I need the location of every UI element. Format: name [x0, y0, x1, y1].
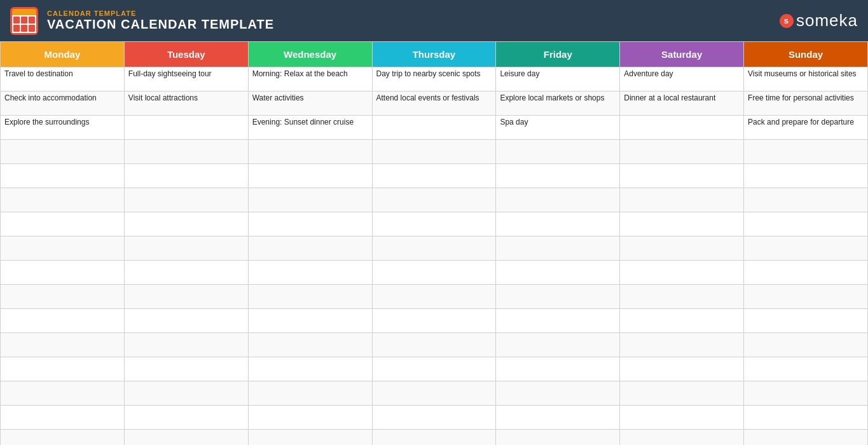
cell-r6-c1 — [124, 212, 248, 236]
cell-r1-c6: Free time for personal activities — [744, 92, 868, 116]
cell-r0-c3: Day trip to nearby scenic spots — [372, 67, 496, 92]
cell-r13-c0 — [1, 381, 125, 406]
table-row — [1, 236, 868, 261]
cell-r12-c2 — [248, 357, 372, 381]
cell-r1-c0: Check into accommodation — [1, 92, 125, 116]
cell-r13-c2 — [248, 381, 372, 406]
calendar-icon — [10, 7, 38, 35]
cell-r5-c1 — [124, 188, 248, 212]
table-row: Explore the surroundingsEvening: Sunset … — [1, 116, 868, 140]
cell-r2-c5 — [620, 116, 744, 140]
table-row — [1, 309, 868, 333]
cell-r4-c1 — [124, 164, 248, 188]
table-row: Check into accommodationVisit local attr… — [1, 92, 868, 116]
cell-r14-c5 — [620, 406, 744, 430]
calendar-body: Travel to destinationFull-day sightseein… — [1, 67, 868, 446]
col-header-monday: Monday — [1, 42, 125, 67]
cell-r9-c1 — [124, 285, 248, 309]
col-header-wednesday: Wednesday — [248, 42, 372, 67]
cell-r12-c3 — [372, 357, 496, 381]
cell-r6-c5 — [620, 212, 744, 236]
cell-r8-c0 — [1, 261, 125, 285]
cell-r8-c2 — [248, 261, 372, 285]
cell-r9-c2 — [248, 285, 372, 309]
cell-r9-c6 — [744, 285, 868, 309]
cell-r10-c5 — [620, 309, 744, 333]
col-header-thursday: Thursday — [372, 42, 496, 67]
cell-r7-c2 — [248, 236, 372, 261]
cell-r2-c2: Evening: Sunset dinner cruise — [248, 116, 372, 140]
cell-r13-c4 — [496, 381, 620, 406]
cell-r8-c4 — [496, 261, 620, 285]
cell-r13-c1 — [124, 381, 248, 406]
cell-r5-c2 — [248, 188, 372, 212]
cell-r10-c1 — [124, 309, 248, 333]
cell-r3-c2 — [248, 140, 372, 164]
table-row — [1, 357, 868, 381]
cell-r10-c4 — [496, 309, 620, 333]
header-subtitle: CALENDAR TEMPLATE — [47, 10, 274, 17]
cell-r7-c1 — [124, 236, 248, 261]
table-row — [1, 212, 868, 236]
cell-r11-c4 — [496, 333, 620, 357]
table-row — [1, 164, 868, 188]
cell-r14-c4 — [496, 406, 620, 430]
cell-r0-c0: Travel to destination — [1, 67, 125, 92]
calendar-table: MondayTuesdayWednesdayThursdayFridaySatu… — [0, 41, 868, 445]
cell-r11-c3 — [372, 333, 496, 357]
cell-r4-c6 — [744, 164, 868, 188]
cell-r14-c3 — [372, 406, 496, 430]
cell-r4-c4 — [496, 164, 620, 188]
cell-r0-c1: Full-day sightseeing tour — [124, 67, 248, 92]
cell-r5-c5 — [620, 188, 744, 212]
calendar-header-row: MondayTuesdayWednesdayThursdayFridaySatu… — [1, 42, 868, 67]
cell-r8-c3 — [372, 261, 496, 285]
cell-r11-c1 — [124, 333, 248, 357]
cell-r6-c3 — [372, 212, 496, 236]
cell-r1-c2: Water activities — [248, 92, 372, 116]
cell-r15-c2 — [248, 430, 372, 446]
cell-r7-c3 — [372, 236, 496, 261]
cell-r11-c0 — [1, 333, 125, 357]
cell-r7-c0 — [1, 236, 125, 261]
table-row — [1, 333, 868, 357]
cell-r6-c2 — [248, 212, 372, 236]
header-title: VACATION CALENDAR TEMPLATE — [47, 17, 274, 32]
col-header-friday: Friday — [496, 42, 620, 67]
table-row — [1, 261, 868, 285]
cell-r2-c4: Spa day — [496, 116, 620, 140]
calendar-container: MondayTuesdayWednesdayThursdayFridaySatu… — [0, 41, 868, 445]
cell-r6-c0 — [1, 212, 125, 236]
cell-r0-c5: Adventure day — [620, 67, 744, 92]
cell-r9-c5 — [620, 285, 744, 309]
table-row — [1, 430, 868, 446]
cell-r3-c4 — [496, 140, 620, 164]
cell-r4-c5 — [620, 164, 744, 188]
cell-r1-c3: Attend local events or festivals — [372, 92, 496, 116]
cell-r2-c0: Explore the surroundings — [1, 116, 125, 140]
col-header-saturday: Saturday — [620, 42, 744, 67]
cell-r6-c4 — [496, 212, 620, 236]
cell-r10-c3 — [372, 309, 496, 333]
cell-r8-c5 — [620, 261, 744, 285]
cell-r15-c6 — [744, 430, 868, 446]
cell-r7-c6 — [744, 236, 868, 261]
header-titles: CALENDAR TEMPLATE VACATION CALENDAR TEMP… — [47, 10, 274, 32]
cell-r1-c4: Explore local markets or shops — [496, 92, 620, 116]
cell-r15-c4 — [496, 430, 620, 446]
cell-r13-c3 — [372, 381, 496, 406]
cell-r3-c1 — [124, 140, 248, 164]
table-row: Travel to destinationFull-day sightseein… — [1, 67, 868, 92]
header: CALENDAR TEMPLATE VACATION CALENDAR TEMP… — [0, 0, 868, 41]
cell-r0-c6: Visit museums or historical sites — [744, 67, 868, 92]
cell-r10-c2 — [248, 309, 372, 333]
cell-r10-c0 — [1, 309, 125, 333]
cell-r8-c6 — [744, 261, 868, 285]
cell-r12-c5 — [620, 357, 744, 381]
cell-r12-c1 — [124, 357, 248, 381]
someka-text: someka — [796, 11, 858, 31]
cell-r15-c1 — [124, 430, 248, 446]
cell-r9-c3 — [372, 285, 496, 309]
cell-r5-c3 — [372, 188, 496, 212]
cell-r14-c0 — [1, 406, 125, 430]
